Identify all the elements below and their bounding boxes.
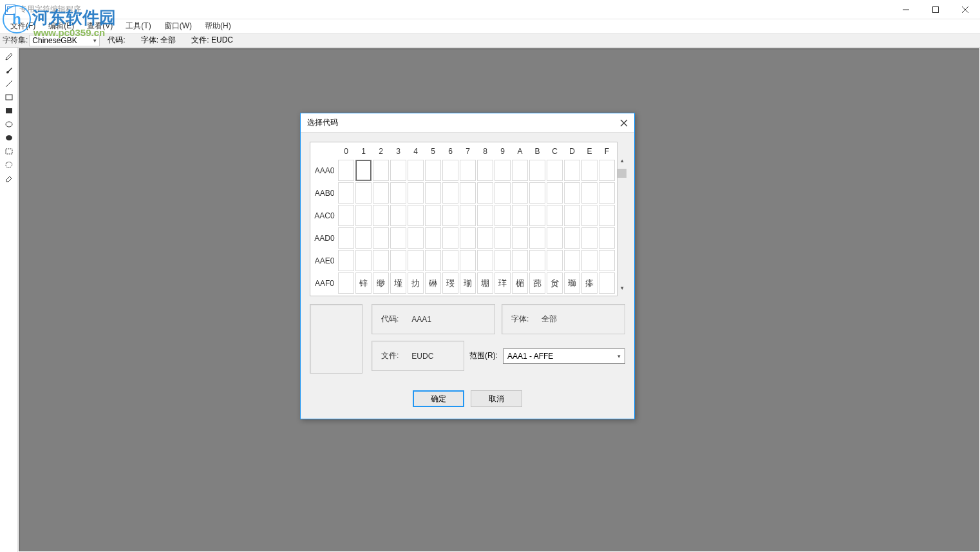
grid-cell[interactable] — [547, 182, 563, 204]
grid-cell[interactable] — [355, 160, 372, 181]
grid-cell[interactable] — [581, 182, 598, 204]
grid-cell[interactable] — [599, 182, 615, 204]
grid-cell[interactable] — [495, 160, 511, 181]
rect-outline-tool[interactable] — [3, 91, 15, 104]
grid-cell[interactable] — [495, 227, 511, 249]
grid-cell[interactable] — [425, 160, 441, 181]
grid-cell[interactable] — [373, 227, 389, 249]
select-rect-tool[interactable] — [3, 145, 15, 158]
grid-cell[interactable] — [512, 160, 528, 181]
grid-cell[interactable] — [373, 182, 389, 204]
grid-scrollbar[interactable]: ▴ ▾ — [617, 142, 627, 296]
ellipse-outline-tool[interactable] — [3, 118, 15, 131]
grid-cell[interactable] — [599, 272, 615, 294]
range-dropdown[interactable]: AAA1 - AFFE ▾ — [503, 348, 625, 364]
grid-cell[interactable] — [529, 160, 545, 181]
menu-window[interactable]: 窗口(W) — [159, 19, 197, 33]
grid-cell[interactable] — [495, 182, 511, 204]
grid-cell[interactable] — [390, 182, 406, 204]
grid-cell[interactable] — [373, 205, 389, 226]
grid-cell[interactable] — [564, 227, 580, 249]
grid-cell[interactable] — [599, 160, 615, 181]
grid-cell[interactable]: 瑡 — [564, 272, 580, 294]
grid-cell[interactable] — [338, 272, 354, 294]
maximize-button[interactable] — [921, 0, 950, 19]
grid-cell[interactable] — [408, 182, 424, 204]
grid-cell[interactable]: 墐 — [390, 272, 406, 294]
grid-cell[interactable] — [529, 205, 545, 226]
grid-cell[interactable] — [408, 227, 424, 249]
grid-cell[interactable] — [477, 205, 493, 226]
grid-cell[interactable] — [390, 227, 406, 249]
grid-cell[interactable] — [564, 182, 580, 204]
grid-cell[interactable]: 楣 — [512, 272, 528, 294]
grid-cell[interactable] — [338, 182, 354, 204]
grid-cell[interactable] — [442, 227, 458, 249]
grid-cell[interactable] — [477, 160, 493, 181]
grid-cell[interactable] — [425, 250, 441, 271]
select-free-tool[interactable] — [3, 158, 15, 171]
grid-cell[interactable] — [338, 205, 354, 226]
grid-cell[interactable] — [547, 205, 563, 226]
grid-cell[interactable] — [529, 182, 545, 204]
menu-edit[interactable]: 编辑(E) — [43, 19, 79, 33]
grid-cell[interactable] — [460, 160, 476, 181]
grid-cell[interactable]: 瑐 — [460, 272, 476, 294]
grid-cell[interactable]: 瘆 — [581, 272, 598, 294]
ok-button[interactable]: 确定 — [413, 390, 464, 407]
grid-cell[interactable] — [477, 250, 493, 271]
grid-cell[interactable] — [547, 227, 563, 249]
grid-cell[interactable] — [512, 227, 528, 249]
close-icon[interactable] — [620, 119, 628, 127]
grid-cell[interactable] — [442, 182, 458, 204]
grid-cell[interactable] — [355, 182, 372, 204]
grid-cell[interactable] — [373, 250, 389, 271]
grid-cell[interactable] — [512, 250, 528, 271]
grid-cell[interactable]: 碄 — [425, 272, 441, 294]
grid-cell[interactable] — [338, 250, 354, 271]
ellipse-fill-tool[interactable] — [3, 131, 15, 144]
scroll-thumb[interactable] — [617, 169, 627, 178]
grid-cell[interactable] — [599, 205, 615, 226]
grid-cell[interactable] — [495, 205, 511, 226]
grid-cell[interactable]: 蓢 — [529, 272, 545, 294]
scroll-up-icon[interactable]: ▴ — [617, 157, 627, 167]
menu-view[interactable]: 查看(V) — [82, 19, 118, 33]
grid-cell[interactable] — [408, 205, 424, 226]
grid-cell[interactable] — [564, 250, 580, 271]
grid-cell[interactable] — [442, 205, 458, 226]
grid-cell[interactable] — [529, 250, 545, 271]
grid-cell[interactable] — [355, 250, 372, 271]
grid-cell[interactable] — [564, 205, 580, 226]
grid-cell[interactable] — [425, 227, 441, 249]
grid-cell[interactable] — [477, 182, 493, 204]
grid-cell[interactable] — [355, 227, 372, 249]
grid-cell[interactable] — [408, 160, 424, 181]
grid-cell[interactable]: 扐 — [408, 272, 424, 294]
grid-cell[interactable] — [581, 250, 598, 271]
minimize-button[interactable] — [891, 0, 921, 19]
grid-cell[interactable] — [390, 250, 406, 271]
grid-cell[interactable]: 琝 — [442, 272, 458, 294]
grid-cell[interactable] — [355, 205, 372, 226]
menu-tools[interactable]: 工具(T) — [120, 19, 156, 33]
grid-cell[interactable] — [495, 250, 511, 271]
grid-cell[interactable] — [477, 227, 493, 249]
grid-cell[interactable] — [547, 250, 563, 271]
grid-cell[interactable]: 贠 — [547, 272, 563, 294]
grid-cell[interactable] — [599, 227, 615, 249]
grid-cell[interactable] — [460, 205, 476, 226]
grid-cell[interactable] — [581, 160, 598, 181]
grid-cell[interactable] — [460, 182, 476, 204]
close-button[interactable] — [950, 0, 980, 19]
line-tool[interactable] — [3, 77, 15, 90]
grid-cell[interactable] — [547, 160, 563, 181]
grid-cell[interactable]: 珜 — [495, 272, 511, 294]
grid-cell[interactable] — [425, 182, 441, 204]
grid-cell[interactable] — [581, 227, 598, 249]
grid-cell[interactable] — [338, 227, 354, 249]
eraser-tool[interactable] — [3, 172, 15, 185]
grid-cell[interactable]: 堋 — [477, 272, 493, 294]
grid-cell[interactable] — [408, 250, 424, 271]
grid-cell[interactable] — [460, 250, 476, 271]
